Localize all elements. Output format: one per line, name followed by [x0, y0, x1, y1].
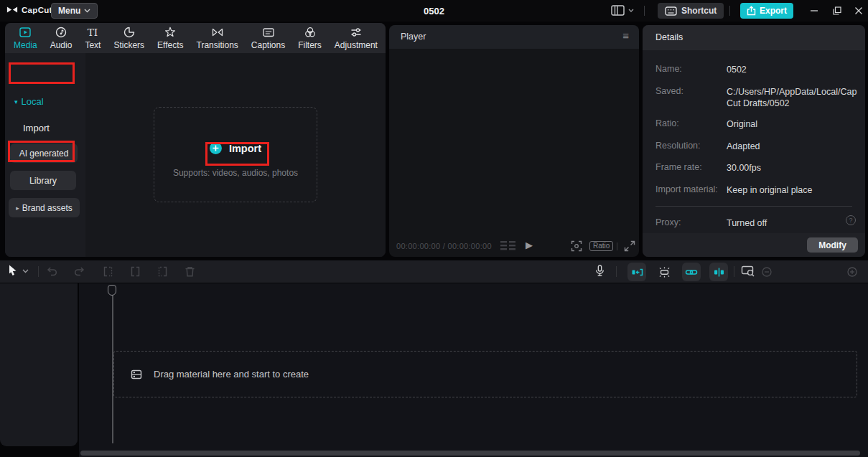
detail-label-saved: Saved:	[655, 86, 683, 96]
stickers-icon	[123, 26, 136, 39]
redo-button[interactable]	[73, 265, 85, 277]
detail-value-saved: C:/Users/HP/AppData/Local/CapCut Drafts/…	[727, 86, 857, 109]
effects-icon	[164, 26, 177, 39]
export-label: Export	[760, 6, 787, 16]
title-bar: CapCut Menu 0502 Shortcut	[0, 0, 868, 22]
import-drop-zone[interactable]: Import Supports: videos, audios, photos	[154, 107, 317, 202]
media-panel: Media Audio TI Text Stickers	[5, 23, 386, 257]
layout-caret-button[interactable]	[628, 9, 634, 12]
fullscreen-icon[interactable]	[624, 240, 635, 252]
mirror-split-toggle[interactable]	[709, 263, 728, 281]
titlebar-divider	[644, 6, 645, 16]
sidebar-item-label: Library	[29, 176, 57, 186]
toolbar-divider	[616, 266, 617, 277]
tab-label: Effects	[157, 40, 183, 50]
sidebar-item-ai-generated[interactable]: AI generated	[10, 143, 78, 163]
zoom-in-button[interactable]	[847, 267, 857, 277]
audio-icon	[55, 26, 67, 39]
capcut-logo: CapCut	[6, 5, 52, 14]
cursor-tool-button[interactable]	[7, 264, 18, 277]
caret-right-icon: ▸	[16, 204, 19, 212]
tab-captions[interactable]: Captions	[245, 26, 291, 50]
link-toggle[interactable]	[682, 263, 701, 281]
project-title: 0502	[424, 6, 444, 17]
tab-effects[interactable]: Effects	[151, 26, 190, 50]
minimize-button[interactable]	[803, 0, 825, 22]
cursor-tool-caret[interactable]	[22, 269, 29, 273]
frame-view-icon[interactable]	[500, 241, 516, 250]
export-button[interactable]: Export	[740, 3, 793, 19]
import-button[interactable]: Import	[210, 142, 261, 154]
export-icon	[747, 6, 756, 16]
detail-value-import-material: Keep in original place	[727, 184, 857, 196]
hamburger-menu-icon[interactable]: ≡	[622, 29, 629, 42]
undo-button[interactable]	[46, 265, 58, 277]
sidebar-item-local[interactable]: ▾ Local	[14, 96, 44, 107]
adjustment-icon	[350, 26, 363, 39]
tab-text[interactable]: TI Text	[78, 26, 107, 50]
play-button[interactable]: ▶	[526, 240, 533, 250]
detail-label-import-material: Import material:	[655, 184, 718, 194]
titlebar-divider	[729, 6, 730, 16]
main-track-magnet-toggle[interactable]	[627, 263, 646, 281]
tab-transitions[interactable]: Transitions	[190, 26, 245, 50]
tab-adjustment[interactable]: Adjustment	[328, 26, 384, 50]
tab-audio[interactable]: Audio	[44, 26, 79, 50]
timeline-drop-zone[interactable]: Drag material here and start to create	[113, 351, 857, 397]
horizontal-scrollbar[interactable]	[80, 451, 860, 456]
delete-button[interactable]	[184, 265, 196, 278]
detail-value-name: 0502	[727, 64, 857, 75]
shortcut-button[interactable]: Shortcut	[658, 3, 724, 19]
restore-icon	[833, 6, 841, 15]
sidebar-item-label: AI generated	[19, 149, 69, 159]
split-right-button[interactable]	[157, 265, 169, 278]
media-icon	[19, 26, 32, 39]
detail-value-framerate: 30.00fps	[727, 162, 857, 174]
import-button-label: Import	[229, 143, 261, 154]
details-title: Details	[655, 32, 683, 42]
chevron-down-icon	[628, 9, 634, 12]
timeline-toolbar	[0, 260, 868, 283]
record-voiceover-button[interactable]	[594, 264, 606, 278]
tab-media[interactable]: Media	[7, 26, 44, 50]
close-button[interactable]	[848, 0, 868, 22]
sidebar-item-library[interactable]: Library	[10, 171, 76, 190]
preview-axis-button[interactable]	[741, 265, 755, 278]
zoom-out-button[interactable]	[762, 267, 772, 277]
restore-button[interactable]	[826, 0, 848, 22]
toolbar-divider	[734, 266, 734, 277]
detail-label-name: Name:	[655, 64, 682, 74]
sidebar-item-import[interactable]: Import	[23, 123, 50, 133]
tab-label: Media	[14, 40, 37, 50]
text-icon: TI	[86, 26, 99, 39]
detail-label-proxy: Proxy:	[655, 217, 681, 227]
modify-button[interactable]: Modify	[807, 237, 858, 253]
tab-filters[interactable]: Filters	[291, 26, 328, 50]
auto-pack-toggle[interactable]	[655, 263, 673, 281]
ratio-button[interactable]: Ratio	[589, 241, 613, 251]
details-header: Details	[643, 25, 865, 50]
filters-icon	[304, 26, 317, 39]
question-icon[interactable]: ?	[846, 215, 856, 225]
sidebar-item-brand-assets[interactable]: ▸ Brand assets	[9, 198, 80, 217]
tab-stickers[interactable]: Stickers	[107, 26, 151, 50]
drop-hint-text: Drag material here and start to create	[154, 369, 309, 380]
menu-button[interactable]: Menu	[51, 3, 98, 19]
detail-label-ratio: Ratio:	[655, 118, 679, 128]
playhead-handle[interactable]	[108, 285, 116, 296]
tab-label: Filters	[298, 40, 322, 50]
tab-label: Transitions	[197, 40, 238, 50]
detail-label-framerate: Frame rate:	[655, 162, 702, 172]
split-left-button[interactable]	[102, 265, 114, 278]
focus-preview-icon[interactable]	[571, 240, 582, 252]
tab-label: Adjustment	[335, 40, 378, 50]
details-panel: Details Name: 0502 Saved: C:/Users/HP/Ap…	[643, 25, 865, 257]
tab-label: Text	[85, 40, 101, 50]
layout-switch-button[interactable]	[611, 5, 625, 16]
split-button[interactable]	[129, 265, 141, 278]
close-icon	[854, 6, 863, 15]
detail-value-proxy: Turned off	[727, 217, 857, 229]
tab-label: Audio	[50, 40, 73, 50]
chevron-down-icon	[84, 9, 90, 13]
controls-divider	[617, 242, 617, 250]
